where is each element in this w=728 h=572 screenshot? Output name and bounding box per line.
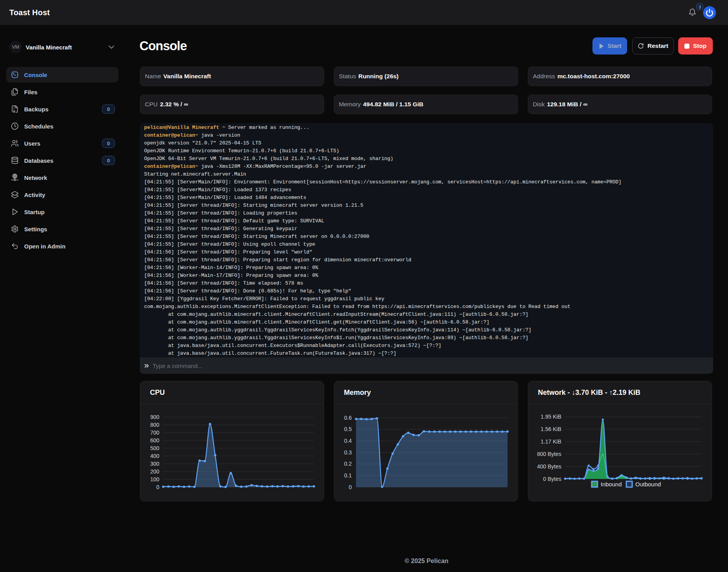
- svg-text:500: 500: [150, 445, 160, 451]
- svg-text:0.4: 0.4: [344, 438, 352, 444]
- svg-text:700: 700: [150, 429, 160, 436]
- svg-text:400 Bytes: 400 Bytes: [537, 463, 561, 470]
- svg-text:300: 300: [150, 461, 160, 467]
- svg-text:0 Bytes: 0 Bytes: [543, 476, 561, 482]
- svg-text:0.2: 0.2: [344, 461, 352, 467]
- svg-text:0.5: 0.5: [344, 426, 352, 432]
- svg-text:400: 400: [150, 453, 160, 459]
- svg-text:Inbound: Inbound: [601, 481, 622, 488]
- svg-text:100: 100: [150, 476, 160, 482]
- svg-text:1.17 KiB: 1.17 KiB: [541, 438, 561, 445]
- svg-text:0: 0: [156, 484, 159, 490]
- svg-text:1.56 KiB: 1.56 KiB: [541, 426, 561, 432]
- svg-text:0.6: 0.6: [344, 415, 352, 421]
- svg-text:200: 200: [150, 468, 160, 475]
- svg-text:800 Bytes: 800 Bytes: [537, 451, 561, 457]
- svg-text:Outbound: Outbound: [635, 481, 661, 488]
- svg-text:800: 800: [150, 422, 160, 428]
- svg-text:0.1: 0.1: [344, 472, 352, 479]
- svg-text:0.3: 0.3: [344, 449, 352, 456]
- svg-text:0: 0: [349, 484, 352, 490]
- svg-text:900: 900: [150, 414, 160, 420]
- svg-text:600: 600: [150, 437, 160, 444]
- svg-text:1.95 KiB: 1.95 KiB: [541, 414, 561, 420]
